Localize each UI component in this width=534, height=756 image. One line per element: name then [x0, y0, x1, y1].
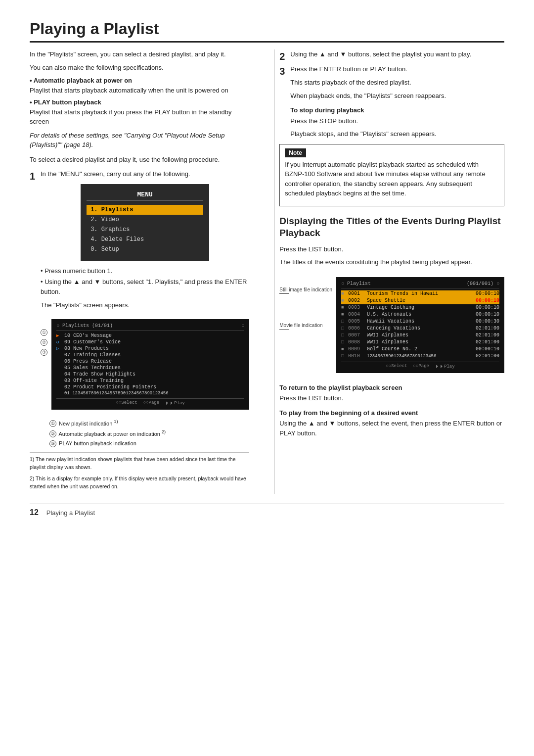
still-image-label: Still image file indication — [279, 287, 332, 294]
left-column: In the "Playlists" screen, you can selec… — [30, 49, 254, 494]
menu-screen: MENU 1. Playlists 2. Video 3. Graphics 4… — [81, 184, 209, 261]
ev-item-5: □ 0005 Hawaii Vacations 00:00:30 — [341, 318, 499, 325]
ps-item-7: 04 Trade Show Highlights — [56, 371, 244, 378]
page-footer: 12 Playing a Playlist — [30, 504, 504, 517]
events-outer: Still image file indication Movie file i… — [279, 272, 504, 378]
right-column: 2 Using the ▲ and ▼ buttons, select the … — [274, 49, 504, 494]
indicator-2: ② Automatic playback at power on indicat… — [49, 429, 249, 438]
italic-note: For details of these settings, see "Carr… — [30, 131, 249, 150]
screen-appears-text: The "Playlists" screen appears. — [41, 300, 249, 310]
playlists-header: ○ Playlists (01/01) ○ — [56, 323, 244, 331]
bullet2-text: Playlist that starts playback if you pre… — [30, 108, 232, 126]
footnotes: 1) The new playlist indication shows pla… — [30, 452, 249, 490]
movie-file-label: Movie file indication — [279, 323, 332, 330]
menu-item-video: 2. Video — [87, 215, 203, 225]
stop-text2: Playback stops, and the "Playlists" scre… — [290, 129, 504, 139]
stop-text1: Press the STOP button. — [290, 116, 504, 126]
footer-text: Playing a Playlist — [46, 509, 95, 517]
return-heading: To return to the playlist playback scree… — [279, 383, 504, 393]
playlists-screen: ○ Playlists (01/01) ○ ▶10 CEO's Message … — [51, 319, 249, 410]
return-text: Press the LIST button. — [279, 393, 504, 403]
ps-item-2: ↺09 Customer's Voice — [56, 339, 244, 345]
procedure-intro: To select a desired playlist and play it… — [30, 155, 249, 165]
ps-item-3: ▷08 New Products — [56, 345, 244, 352]
note-container: Note If you interrupt automatic playlist… — [279, 144, 504, 206]
stop-section: To stop during playback Press the STOP b… — [290, 105, 504, 139]
footnote2: 2) This is a display for example only. I… — [30, 475, 249, 491]
step3-detail2: When playback ends, the "Playlists" scre… — [290, 91, 504, 101]
menu-item-graphics: 3. Graphics — [87, 225, 203, 235]
ev-item-4: ■ 0004 U.S. Astronauts 00:00:10 — [341, 311, 499, 318]
ps-item-6: 05 Sales Techniques — [56, 365, 244, 371]
intro-text2: You can also make the following specific… — [30, 63, 249, 73]
ps-item-9: 02 Product Positioning Pointers — [56, 384, 244, 390]
bullet1: • Automatic playback at power on Playlis… — [30, 76, 249, 95]
bullet1-text: Playlist that starts playback automatica… — [30, 87, 228, 94]
ps-item-8: 03 Off-site Training — [56, 378, 244, 384]
step3-content: Press the ENTER button or PLAY button. T… — [290, 64, 504, 139]
menu-item-delete: 4. Delete Files — [87, 235, 203, 244]
menu-title: MENU — [87, 191, 203, 201]
play-beginning-heading: To play from the beginning of a desired … — [279, 408, 504, 418]
menu-item-setup: 0. Setup — [87, 244, 203, 254]
ev-item-2: ■ 0002 Space Shuttle 00:00:10 — [341, 297, 499, 304]
bullet2: • PLAY button playback Playlist that sta… — [30, 97, 249, 127]
indicator-1: ① New playlist indication 1) — [49, 419, 249, 427]
step1: 1 In the "MENU" screen, carry out any of… — [30, 169, 249, 447]
page-title: Playing a Playlist — [30, 20, 504, 43]
ev-item-1: ■ 0001 Tourism Trends in Hawaii 00:00:10 — [341, 290, 499, 297]
ps-item-1: ▶10 CEO's Message — [56, 332, 244, 339]
step1-content: In the "MENU" screen, carry out any of t… — [41, 169, 249, 447]
return-section: To return to the playlist playback scree… — [279, 383, 504, 403]
indicator-3: ③ PLAY button playback indication — [49, 439, 249, 448]
step3-text: Press the ENTER button or PLAY button. — [290, 64, 504, 74]
step3-detail1: This starts playback of the desired play… — [290, 78, 504, 88]
bullet2-title: PLAY button playback — [34, 98, 101, 106]
note-text: If you interrupt automatic playlist play… — [285, 160, 499, 198]
step3: 3 Press the ENTER button or PLAY button.… — [279, 64, 504, 139]
events-footer: ○○Select○○Page⏵⏵Play — [341, 362, 499, 369]
indicators-list: ① New playlist indication 1) ② Automatic… — [49, 419, 249, 448]
indicator-3-label: ③ — [41, 349, 48, 356]
ev-item-9: ■ 0009 Golf Course No. 2 00:00:10 — [341, 346, 499, 353]
page-number: 12 — [30, 508, 39, 517]
note-label: Note — [285, 148, 306, 157]
step2: 2 Using the ▲ and ▼ buttons, select the … — [279, 49, 504, 59]
playlists-footer: ○○Select○○Page⏵⏵Play — [56, 398, 244, 406]
step2-number: 2 — [279, 49, 285, 63]
section2-intro1: Press the LIST button. — [279, 244, 504, 254]
indicator-1-label: ① — [41, 329, 48, 336]
ps-item-5: 06 Press Release — [56, 358, 244, 365]
ps-item-4: 07 Training Classes — [56, 352, 244, 358]
ev-item-3: ■ 0003 Vintage Clothing 00:00:10 — [341, 304, 499, 311]
section2-title: Displaying the Titles of the Events Duri… — [279, 215, 504, 239]
ev-item-6: □ 0006 Canoeing Vacations 02:01:00 — [341, 325, 499, 332]
step1-number: 1 — [30, 169, 35, 183]
events-screen: ○ Playlist (001/001) ○ ■ 0001 Tourism Tr… — [336, 277, 504, 373]
section2-intro2: The titles of the events constituting th… — [279, 257, 504, 267]
ev-item-8: □ 0008 WWII Airplanes 02:01:00 — [341, 339, 499, 346]
intro-text: In the "Playlists" screen, you can selec… — [30, 49, 249, 59]
step1-text: In the "MENU" screen, carry out any of t… — [41, 169, 249, 179]
events-labels: Still image file indication Movie file i… — [279, 272, 332, 343]
play-beginning-text: Using the ▲ and ▼ buttons, select the ev… — [279, 419, 504, 438]
step3-number: 3 — [279, 64, 285, 78]
step1-bullet-a: • Press numeric button 1. — [41, 266, 249, 276]
indicator-2-label: ② — [41, 339, 48, 346]
events-header: ○ Playlist (001/001) ○ — [341, 281, 499, 288]
ev-item-7: □ 0007 WWII Airplanes 02:01:00 — [341, 332, 499, 339]
ps-item-10: 01 123456789012345678901234567890123456 — [56, 390, 244, 396]
step2-content: Using the ▲ and ▼ buttons, select the pl… — [290, 49, 504, 59]
step1-bullet-b: • Using the ▲ and ▼ buttons, select "1. … — [41, 277, 249, 296]
play-beginning-section: To play from the beginning of a desired … — [279, 408, 504, 438]
footnote1: 1) The new playlist indication shows pla… — [30, 456, 249, 472]
stop-heading: To stop during playback — [290, 105, 504, 115]
bullet1-title: Automatic playback at power on — [34, 77, 132, 84]
step2-text: Using the ▲ and ▼ buttons, select the pl… — [290, 49, 504, 59]
ev-item-10: □ 0010 12345678901234567890123456 02:01:… — [341, 353, 499, 360]
menu-item-playlists: 1. Playlists — [87, 205, 203, 215]
